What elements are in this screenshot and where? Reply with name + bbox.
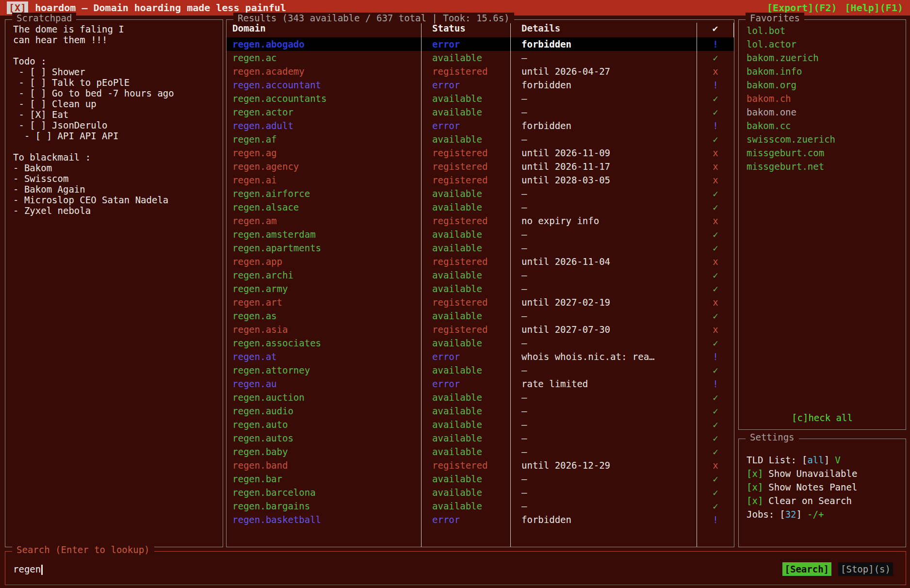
table-row[interactable]: regen.basketball error forbidden ! xyxy=(227,513,734,526)
table-row[interactable]: regen.bargains available – ✓ xyxy=(227,499,734,513)
table-row[interactable]: regen.audio available – ✓ xyxy=(227,404,734,418)
table-row[interactable]: regen.abogado error forbidden ! xyxy=(227,37,734,51)
settings-panel: Settings TLD List:[all]V [x]Show Unavail… xyxy=(738,439,906,547)
favorite-item[interactable]: bakom.info xyxy=(739,65,906,78)
status-cell: registered xyxy=(422,323,511,336)
table-row[interactable]: regen.as available – ✓ xyxy=(227,309,734,323)
table-row[interactable]: regen.accountant error forbidden ! xyxy=(227,78,734,92)
details-cell: until 2026-11-09 xyxy=(511,146,697,160)
domain-cell: regen.abogado xyxy=(227,37,422,51)
stop-button[interactable]: [Stop](s) xyxy=(838,562,893,576)
settings-checkboxes: [x]Show Unavailable [x]Show Notes Panel … xyxy=(747,467,906,507)
status-cell: available xyxy=(422,472,511,486)
favorite-item[interactable]: swisscom.zuerich xyxy=(739,132,906,146)
status-cell: available xyxy=(422,499,511,513)
table-row[interactable]: regen.auto available – ✓ xyxy=(227,418,734,431)
check-cell: ✓ xyxy=(697,105,734,119)
details-cell: – xyxy=(511,200,697,214)
domain-cell xyxy=(227,526,422,547)
status-cell: error xyxy=(422,350,511,363)
checkbox-mark: [x] xyxy=(747,468,763,479)
status-cell: available xyxy=(422,391,511,404)
table-row[interactable]: regen.band registered until 2026-12-29 x xyxy=(227,458,734,472)
domain-cell: regen.actor xyxy=(227,105,422,119)
table-row[interactable]: regen.airforce available – ✓ xyxy=(227,187,734,200)
details-cell: forbidden xyxy=(511,37,697,51)
favorite-item[interactable]: bakom.org xyxy=(739,78,906,92)
checkbox-label: Show Notes Panel xyxy=(768,482,857,492)
table-row[interactable]: regen.accountants available – ✓ xyxy=(227,92,734,105)
table-row[interactable]: regen.af available – ✓ xyxy=(227,132,734,146)
table-row[interactable]: regen.attorney available – ✓ xyxy=(227,363,734,377)
settings-checkbox[interactable]: [x]Clear on Search xyxy=(747,494,906,507)
table-row[interactable]: regen.auction available – ✓ xyxy=(227,391,734,404)
favorite-item[interactable]: missgeburt.net xyxy=(739,160,906,173)
favorite-item[interactable]: lol.actor xyxy=(739,37,906,51)
status-cell: available xyxy=(422,431,511,445)
table-row[interactable]: regen.barcelona available – ✓ xyxy=(227,486,734,499)
settings-checkbox[interactable]: [x]Show Unavailable xyxy=(747,467,906,480)
favorite-item[interactable]: bakom.ch xyxy=(739,92,906,105)
search-button[interactable]: [Search] xyxy=(782,562,832,576)
table-row[interactable]: regen.au error rate limited ! xyxy=(227,377,734,391)
domain-cell: regen.associates xyxy=(227,336,422,350)
table-row[interactable]: regen.am registered no expiry info x xyxy=(227,214,734,228)
domain-cell: regen.ai xyxy=(227,173,422,187)
check-cell: ✓ xyxy=(697,132,734,146)
favorite-item[interactable]: bakom.one xyxy=(739,105,906,119)
domain-cell: regen.asia xyxy=(227,323,422,336)
table-row[interactable]: regen.bar available – ✓ xyxy=(227,472,734,486)
table-row[interactable]: regen.associates available – ✓ xyxy=(227,336,734,350)
favorites-list: lol.bot lol.actor bakom.zuerich bakom.in… xyxy=(739,20,906,173)
jobs-stepper[interactable]: -/+ xyxy=(807,509,824,520)
column-header-status: Status xyxy=(422,23,511,37)
table-row[interactable]: regen.ac available – ✓ xyxy=(227,51,734,65)
domain-cell: regen.adult xyxy=(227,119,422,132)
details-cell: until 2028-03-05 xyxy=(511,173,697,187)
help-button[interactable]: [Help](F1) xyxy=(845,2,903,14)
status-cell: available xyxy=(422,268,511,282)
settings-checkbox[interactable]: [x]Show Notes Panel xyxy=(747,480,906,494)
table-row[interactable]: regen.baby available – ✓ xyxy=(227,445,734,458)
check-cell: ✓ xyxy=(697,499,734,513)
scratchpad-notes[interactable]: The dome is faling I can hear them !!! T… xyxy=(5,24,223,216)
favorite-item[interactable]: bakom.zuerich xyxy=(739,51,906,65)
table-row[interactable]: regen.archi available – ✓ xyxy=(227,268,734,282)
results-panel: Results (343 available / 637 total | Too… xyxy=(226,19,734,547)
domain-cell: regen.archi xyxy=(227,268,422,282)
table-row[interactable]: regen.art registered until 2027-02-19 x xyxy=(227,295,734,309)
favorite-item[interactable]: lol.bot xyxy=(739,24,906,37)
table-row[interactable]: regen.actor available – ✓ xyxy=(227,105,734,119)
jobs-control[interactable]: Jobs:[32]-/+ xyxy=(747,507,906,521)
table-row[interactable]: regen.adult error forbidden ! xyxy=(227,119,734,132)
domain-cell: regen.accountants xyxy=(227,92,422,105)
table-row[interactable]: regen.asia registered until 2027-07-30 x xyxy=(227,323,734,336)
table-row[interactable]: regen.agency registered until 2026-11-17… xyxy=(227,160,734,173)
status-cell: registered xyxy=(422,295,511,309)
check-all-button[interactable]: [c]heck all xyxy=(739,411,906,425)
table-row[interactable]: regen.ai registered until 2028-03-05 x xyxy=(227,173,734,187)
check-cell: x xyxy=(697,65,734,78)
status-cell: error xyxy=(422,513,511,526)
table-row[interactable]: regen.ag registered until 2026-11-09 x xyxy=(227,146,734,160)
favorites-title: Favorites xyxy=(746,13,804,23)
export-button[interactable]: [Export](F2) xyxy=(767,2,837,14)
table-row[interactable]: regen.autos available – ✓ xyxy=(227,431,734,445)
details-cell: until 2026-11-17 xyxy=(511,160,697,173)
table-row[interactable]: regen.army available – ✓ xyxy=(227,282,734,295)
details-cell: – xyxy=(511,51,697,65)
table-row[interactable]: regen.amsterdam available – ✓ xyxy=(227,228,734,241)
table-row[interactable]: regen.apartments available – ✓ xyxy=(227,241,734,255)
search-input[interactable]: regen xyxy=(5,562,906,576)
table-row[interactable]: regen.at error whois whois.nic.at: rea… … xyxy=(227,350,734,363)
details-cell: – xyxy=(511,445,697,458)
domain-cell: regen.ac xyxy=(227,51,422,65)
tld-list-control[interactable]: TLD List:[all]V xyxy=(747,453,906,467)
table-row[interactable]: regen.alsace available – ✓ xyxy=(227,200,734,214)
table-row[interactable]: regen.app registered until 2026-11-04 x xyxy=(227,255,734,268)
favorite-item[interactable]: bakom.cc xyxy=(739,119,906,132)
details-cell: until 2026-11-04 xyxy=(511,255,697,268)
tld-dropdown-icon: V xyxy=(835,455,840,465)
favorite-item[interactable]: missgeburt.com xyxy=(739,146,906,160)
table-row[interactable]: regen.academy registered until 2026-04-2… xyxy=(227,65,734,78)
